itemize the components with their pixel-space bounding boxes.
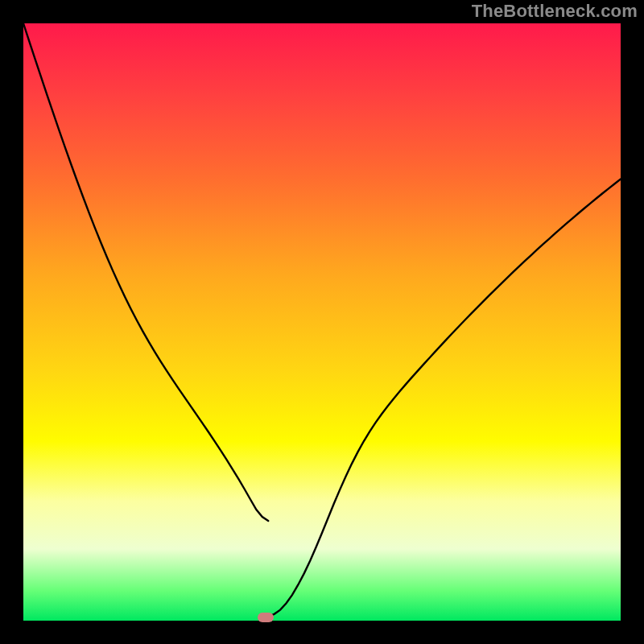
- optimal-point-marker: [258, 613, 274, 622]
- curve-right-branch: [262, 179, 621, 617]
- curve-left-branch: [23, 23, 268, 521]
- chart-frame: TheBottleneck.com: [0, 0, 644, 644]
- plot-area: [23, 23, 621, 621]
- watermark-text: TheBottleneck.com: [472, 1, 638, 22]
- bottleneck-curve: [23, 23, 621, 621]
